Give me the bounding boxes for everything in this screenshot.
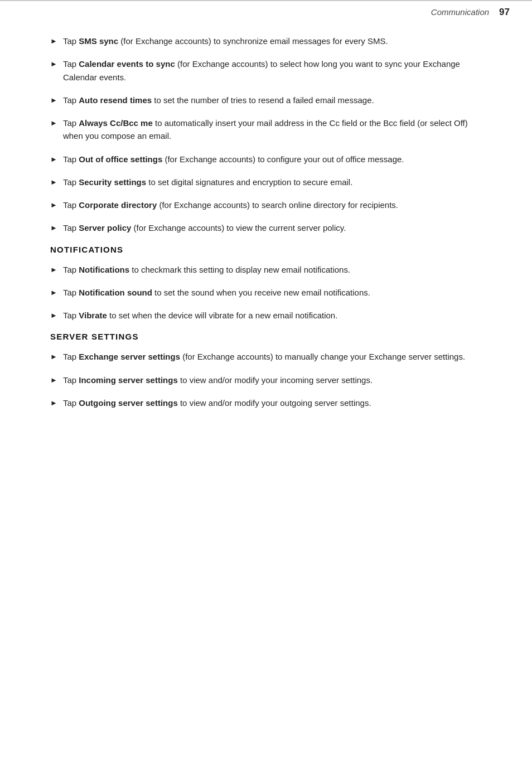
bullet-text: Tap Server policy (for Exchange accounts… — [63, 221, 487, 234]
chapter-title: Communication — [431, 7, 489, 17]
list-item: ► Tap Always Cc/Bcc me to automatically … — [50, 117, 487, 143]
bold-term: Always Cc/Bcc me — [79, 118, 153, 128]
list-item: ► Tap Server policy (for Exchange accoun… — [50, 221, 487, 234]
bullet-text: Tap Vibrate to set when the device will … — [63, 309, 487, 322]
rest-text: (for Exchange accounts) to configure you… — [162, 154, 404, 164]
list-item: ► Tap Outgoing server settings to view a… — [50, 396, 487, 409]
bullet-text: Tap Outgoing server settings to view and… — [63, 396, 487, 409]
bold-term: Out of office settings — [79, 154, 162, 164]
bullet-arrow-icon: ► — [50, 351, 57, 362]
bullet-text: Tap Incoming server settings to view and… — [63, 374, 487, 386]
page-number: 97 — [499, 7, 510, 18]
rest-text: (for Exchange accounts) to manually chan… — [180, 352, 465, 361]
server-settings-heading: SERVER SETTINGS — [50, 332, 487, 341]
list-item: ► Tap Incoming server settings to view a… — [50, 374, 487, 386]
list-item: ► Tap Vibrate to set when the device wil… — [50, 309, 487, 322]
rest-text: (for Exchange accounts) to synchronize e… — [118, 36, 388, 46]
tap-prefix: Tap — [63, 375, 79, 385]
bold-term: Auto resend times — [79, 95, 152, 105]
bullet-arrow-icon: ► — [50, 398, 57, 409]
bullet-arrow-icon: ► — [50, 200, 57, 211]
main-bullet-list: ► Tap SMS sync (for Exchange accounts) t… — [50, 35, 487, 235]
list-item: ► Tap SMS sync (for Exchange accounts) t… — [50, 35, 487, 47]
bullet-arrow-icon: ► — [50, 36, 57, 47]
list-item: ► Tap Exchange server settings (for Exch… — [50, 350, 487, 363]
list-item: ► Tap Auto resend times to set the numbe… — [50, 94, 487, 106]
rest-text: to set the sound when you receive new em… — [152, 288, 370, 297]
bold-term: Corporate directory — [79, 200, 157, 210]
tap-prefix: Tap — [63, 200, 79, 210]
list-item: ► Tap Notifications to checkmark this se… — [50, 263, 487, 276]
tap-prefix: Tap — [63, 223, 79, 233]
bullet-text: Tap Security settings to set digital sig… — [63, 176, 487, 188]
tap-prefix: Tap — [63, 154, 79, 164]
list-item: ► Tap Security settings to set digital s… — [50, 176, 487, 188]
bullet-text: Tap Calendar events to sync (for Exchang… — [63, 57, 487, 84]
notifications-section: NOTIFICATIONS ► Tap Notifications to che… — [50, 245, 487, 322]
server-settings-section: SERVER SETTINGS ► Tap Exchange server se… — [50, 332, 487, 409]
bullet-arrow-icon: ► — [50, 59, 57, 70]
bold-term: Calendar events to sync — [79, 59, 175, 69]
bullet-text: Tap Exchange server settings (for Exchan… — [63, 350, 487, 363]
bullet-arrow-icon: ► — [50, 177, 57, 188]
tap-prefix: Tap — [63, 95, 79, 105]
bold-term: SMS sync — [79, 36, 118, 46]
bullet-arrow-icon: ► — [50, 264, 57, 275]
notifications-bullet-list: ► Tap Notifications to checkmark this se… — [50, 263, 487, 322]
bold-term: Vibrate — [79, 311, 107, 320]
bullet-arrow-icon: ► — [50, 95, 57, 106]
rest-text: to set the number of tries to resend a f… — [152, 95, 374, 105]
bullet-text: Tap SMS sync (for Exchange accounts) to … — [63, 35, 487, 47]
rest-text: (for Exchange accounts) to search online… — [157, 200, 398, 210]
tap-prefix: Tap — [63, 311, 79, 320]
bullet-arrow-icon: ► — [50, 375, 57, 386]
bullet-arrow-icon: ► — [50, 118, 57, 129]
bullet-text: Tap Corporate directory (for Exchange ac… — [63, 198, 487, 211]
tap-prefix: Tap — [63, 398, 79, 408]
list-item: ► Tap Corporate directory (for Exchange … — [50, 198, 487, 211]
rest-text: to checkmark this setting to display new… — [129, 265, 350, 274]
rest-text: to view and/or modify your incoming serv… — [178, 375, 373, 385]
bold-term: Exchange server settings — [79, 352, 180, 361]
notifications-heading: NOTIFICATIONS — [50, 245, 487, 254]
list-item: ► Tap Calendar events to sync (for Excha… — [50, 57, 487, 84]
bullet-text: Tap Notifications to checkmark this sett… — [63, 263, 487, 276]
list-item: ► Tap Notification sound to set the soun… — [50, 286, 487, 299]
tap-prefix: Tap — [63, 288, 79, 297]
bold-term: Notifications — [79, 265, 129, 274]
bullet-arrow-icon: ► — [50, 222, 57, 234]
tap-prefix: Tap — [63, 177, 79, 187]
bullet-text: Tap Out of office settings (for Exchange… — [63, 153, 487, 166]
bold-term: Security settings — [79, 177, 146, 187]
tap-prefix: Tap — [63, 352, 79, 361]
bold-term: Outgoing server settings — [79, 398, 178, 408]
server-bullet-list: ► Tap Exchange server settings (for Exch… — [50, 350, 487, 409]
bullet-arrow-icon: ► — [50, 310, 57, 321]
bold-term: Notification sound — [79, 288, 152, 297]
bold-term: Server policy — [79, 223, 131, 233]
tap-prefix: Tap — [63, 59, 79, 69]
bullet-text: Tap Always Cc/Bcc me to automatically in… — [63, 117, 487, 143]
bold-term: Incoming server settings — [79, 375, 178, 385]
page-container: Communication 97 ► Tap SMS sync (for Exc… — [0, 0, 532, 765]
rest-text: to view and/or modify your outgoing serv… — [178, 398, 371, 408]
bullet-arrow-icon: ► — [50, 287, 57, 298]
tap-prefix: Tap — [63, 265, 79, 274]
tap-prefix: Tap — [63, 36, 79, 46]
header-row: Communication 97 — [0, 1, 532, 18]
bullet-text: Tap Notification sound to set the sound … — [63, 286, 487, 299]
list-item: ► Tap Out of office settings (for Exchan… — [50, 153, 487, 166]
rest-text: (for Exchange accounts) to view the curr… — [131, 223, 346, 233]
content-area: ► Tap SMS sync (for Exchange accounts) t… — [0, 18, 532, 442]
bullet-text: Tap Auto resend times to set the number … — [63, 94, 487, 106]
tap-prefix: Tap — [63, 118, 79, 128]
bullet-arrow-icon: ► — [50, 154, 57, 165]
rest-text: to set when the device will vibrate for … — [107, 311, 338, 320]
rest-text: to set digital signatures and encryption… — [146, 177, 352, 187]
